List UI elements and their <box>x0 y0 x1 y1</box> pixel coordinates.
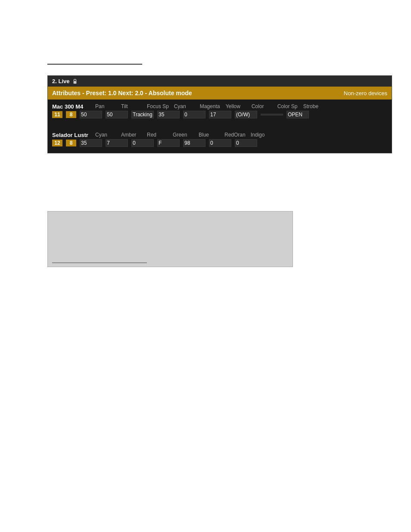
device-section-1: Mac 300 M4 Pan Tilt Focus Sp Cyan Magent… <box>48 100 392 124</box>
header2-redoran: RedOran <box>224 131 246 138</box>
value2-blue: 98 <box>183 139 206 147</box>
value-colorsp <box>261 114 283 115</box>
header-yellow: Yellow <box>225 103 247 110</box>
value-focussp: Tracking <box>131 111 154 118</box>
top-divider <box>47 64 142 65</box>
gray-panel <box>47 211 293 267</box>
value-yellow: 17 <box>209 111 231 118</box>
universe-badge-2: 8 <box>66 140 76 146</box>
value-color: (O/W) <box>235 111 257 118</box>
header2-green: Green <box>172 131 194 138</box>
header2-blue: Blue <box>198 131 220 138</box>
header-focussp: Focus Sp <box>146 103 170 110</box>
device-section-2: Selador Lustr Cyan Amber Red Green Blue … <box>48 128 392 153</box>
value-magenta: 0 <box>183 111 206 118</box>
value2-cyan: 35 <box>80 139 102 147</box>
value2-green: F <box>157 139 180 147</box>
value-strobe: OPEN <box>286 111 309 118</box>
universe-badge-1: 8 <box>66 111 76 118</box>
attributes-bar: Attributes - Preset: 1.0 Next: 2.0 - Abs… <box>48 87 392 100</box>
console-panel: 2. Live Attributes - Preset: 1.0 Next: 2… <box>47 75 392 153</box>
value2-redoran: 0 <box>209 139 231 147</box>
header2-amber: Amber <box>120 131 143 138</box>
header2-indigo: Indigo <box>250 131 272 138</box>
value2-amber: 7 <box>106 139 128 147</box>
value-pan: 50 <box>80 111 102 118</box>
value2-indigo: 0 <box>235 139 257 147</box>
console-title: 2. Live <box>52 78 69 84</box>
value2-red: 0 <box>131 139 154 147</box>
header-color: Color <box>251 103 273 110</box>
device-divider <box>48 124 392 128</box>
svg-rect-0 <box>74 81 77 84</box>
header2-cyan: Cyan <box>94 131 117 138</box>
header-strobe: Strobe <box>302 103 325 110</box>
gray-panel-rule <box>52 262 147 263</box>
non-zero-label: Non-zero devices <box>344 90 387 96</box>
value-tilt: 50 <box>106 111 128 118</box>
console-header: 2. Live <box>48 76 392 87</box>
lock-icon <box>72 78 78 84</box>
value-cyan: 35 <box>157 111 180 118</box>
header-cyan: Cyan <box>173 103 196 110</box>
channel-badge-1: 11 <box>52 111 62 118</box>
header-pan: Pan <box>94 103 117 110</box>
header2-red: Red <box>146 131 168 138</box>
attributes-title: Attributes - Preset: 1.0 Next: 2.0 - Abs… <box>52 90 192 96</box>
header-magenta: Magenta <box>199 103 221 110</box>
device-name-2: Selador Lustr <box>52 132 91 138</box>
device-name-1: Mac 300 M4 <box>52 103 91 110</box>
header-colorsp: Color Sp <box>277 103 299 110</box>
header-tilt: Tilt <box>120 103 143 110</box>
channel-badge-2: 12 <box>52 140 62 146</box>
